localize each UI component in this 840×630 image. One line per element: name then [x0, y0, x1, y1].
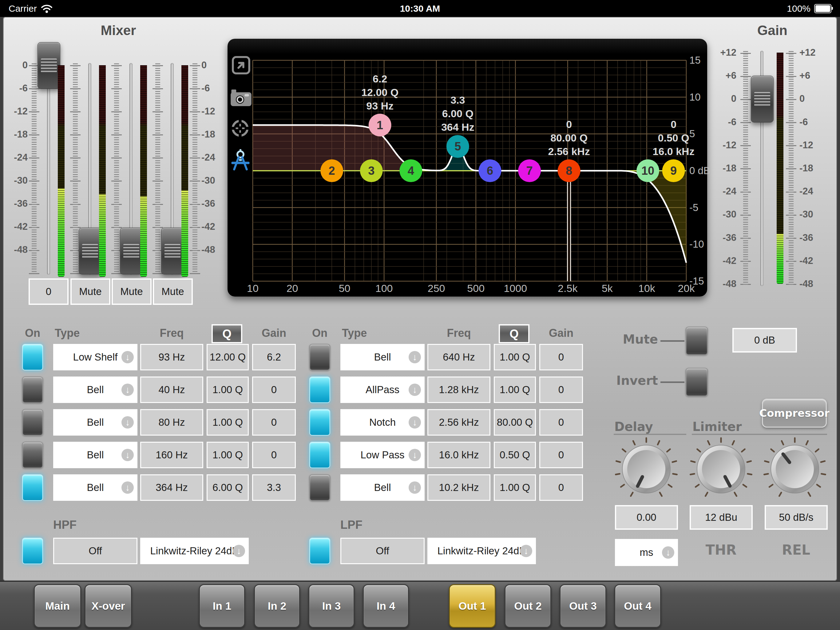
eq-band-marker-3[interactable]: 3 — [360, 159, 383, 182]
nav-in4-button[interactable]: In 4 — [363, 584, 409, 628]
band-1-q-value[interactable]: 12.00 Q — [207, 344, 249, 370]
band-1-on-toggle[interactable] — [22, 344, 43, 370]
nav-out4-button[interactable]: Out 4 — [614, 584, 661, 628]
band-5-on-toggle[interactable] — [22, 474, 43, 501]
band-2-on-toggle[interactable] — [22, 377, 43, 403]
band-2-q-value[interactable]: 1.00 Q — [207, 377, 249, 403]
band-10-on-toggle[interactable] — [309, 474, 330, 501]
band-10-type-select[interactable]: Bell↓ — [340, 474, 425, 501]
nav-in1-button[interactable]: In 1 — [199, 584, 245, 628]
nav-out3-button[interactable]: Out 3 — [560, 584, 606, 628]
band-1-type-select[interactable]: Low Shelf↓ — [53, 344, 137, 370]
eq-band-marker-8[interactable]: 8 — [558, 159, 581, 182]
band-9-gain-value[interactable]: 0 — [539, 442, 583, 468]
eq-band-marker-2[interactable]: 2 — [321, 159, 343, 182]
band-4-on-toggle[interactable] — [22, 442, 43, 468]
band-4-gain-value[interactable]: 0 — [252, 442, 296, 468]
mixer-fader-handle-2[interactable] — [79, 228, 101, 274]
band-3-type-select[interactable]: Bell↓ — [53, 409, 137, 435]
band-8-gain-value[interactable]: 0 — [539, 409, 583, 435]
band-1-freq-value[interactable]: 93 Hz — [140, 344, 203, 370]
band-5-freq-value[interactable]: 364 Hz — [140, 474, 203, 501]
band-10-q-value[interactable]: 1.00 Q — [494, 474, 536, 501]
nav-main-button[interactable]: Main — [34, 584, 81, 628]
mixer-fader-handle-3[interactable] — [120, 228, 143, 274]
hpf-value[interactable]: Off — [53, 538, 137, 564]
lpf-on-toggle[interactable] — [309, 538, 330, 564]
mixer-fader-handle-4[interactable] — [161, 228, 184, 274]
band-6-q-value[interactable]: 1.00 Q — [494, 344, 536, 370]
band-7-gain-value[interactable]: 0 — [539, 377, 583, 403]
band-7-type-select[interactable]: AllPass↓ — [340, 377, 425, 403]
hpf-slope-select[interactable]: Linkwitz-Riley 24dB↓ — [140, 538, 249, 564]
limiter-threshold-display[interactable]: 12 dBu — [690, 505, 753, 530]
band-3-on-toggle[interactable] — [22, 409, 43, 435]
band-5-q-value[interactable]: 6.00 Q — [207, 474, 249, 501]
expand-icon[interactable] — [231, 55, 251, 76]
band-10-gain-value[interactable]: 0 — [539, 474, 583, 501]
band-8-q-value[interactable]: 80.00 Q — [494, 409, 536, 435]
nav-in2-button[interactable]: In 2 — [254, 584, 300, 628]
limiter-release-knob[interactable] — [763, 437, 827, 502]
eq-band-marker-4[interactable]: 4 — [399, 159, 422, 182]
band-10-freq-value[interactable]: 10.2 kHz — [427, 474, 490, 501]
compressor-button[interactable]: Compressor — [762, 399, 827, 427]
output-level-display[interactable]: 0 dB — [733, 328, 797, 353]
band-4-q-value[interactable]: 1.00 Q — [207, 442, 249, 468]
nav-xover-button[interactable]: X-over — [85, 584, 132, 628]
band-2-gain-value[interactable]: 0 — [252, 377, 296, 403]
eq-band-marker-10[interactable]: 10 — [636, 159, 659, 182]
hpf-on-toggle[interactable] — [22, 538, 43, 564]
eq-response-plot[interactable]: 6.212.00 Q93 Hz3.36.00 Q364 Hz080.00 Q2.… — [253, 60, 686, 281]
band-6-freq-value[interactable]: 640 Hz — [427, 344, 490, 370]
delay-value-display[interactable]: 0.00 — [615, 505, 678, 530]
eq-band-marker-1[interactable]: 1 — [369, 114, 392, 136]
band-3-freq-value[interactable]: 80 Hz — [140, 409, 203, 435]
band-8-on-toggle[interactable] — [309, 409, 330, 435]
band-6-gain-value[interactable]: 0 — [539, 344, 583, 370]
q-header-button-right[interactable]: Q — [499, 324, 529, 343]
mixer-channel-button-2[interactable]: Mute — [70, 279, 111, 305]
band-7-q-value[interactable]: 1.00 Q — [494, 377, 536, 403]
output-mute-toggle[interactable] — [686, 327, 708, 355]
limiter-release-display[interactable]: 50 dB/s — [765, 505, 828, 530]
band-8-type-select[interactable]: Notch↓ — [340, 409, 425, 435]
band-2-type-select[interactable]: Bell↓ — [53, 377, 137, 403]
band-7-on-toggle[interactable] — [309, 377, 330, 403]
mixer-channel-button-1[interactable]: 0 — [28, 279, 69, 305]
band-3-gain-value[interactable]: 0 — [252, 409, 296, 435]
band-2-freq-value[interactable]: 40 Hz — [140, 377, 203, 403]
band-9-on-toggle[interactable] — [309, 442, 330, 468]
lpf-slope-select[interactable]: Linkwitz-Riley 24dB↓ — [427, 538, 536, 564]
band-6-type-select[interactable]: Bell↓ — [340, 344, 425, 370]
eq-band-marker-9[interactable]: 9 — [662, 159, 685, 182]
compass-icon[interactable] — [230, 148, 251, 173]
band-9-type-select[interactable]: Low Pass↓ — [340, 442, 425, 468]
band-4-freq-value[interactable]: 160 Hz — [140, 442, 203, 468]
band-5-type-select[interactable]: Bell↓ — [53, 474, 137, 501]
mixer-channel-button-3[interactable]: Mute — [112, 279, 152, 305]
band-5-gain-value[interactable]: 3.3 — [252, 474, 296, 501]
nav-out1-button[interactable]: Out 1 — [449, 584, 496, 628]
delay-unit-select[interactable]: ms↓ — [615, 539, 678, 566]
eq-band-marker-6[interactable]: 6 — [478, 159, 501, 182]
nav-out2-button[interactable]: Out 2 — [505, 584, 551, 628]
crosshair-icon[interactable] — [231, 119, 249, 139]
nav-in3-button[interactable]: In 3 — [308, 584, 355, 628]
band-6-on-toggle[interactable] — [309, 344, 330, 370]
eq-band-marker-7[interactable]: 7 — [518, 159, 541, 182]
band-1-gain-value[interactable]: 6.2 — [252, 344, 296, 370]
band-7-freq-value[interactable]: 1.28 kHz — [427, 377, 490, 403]
band-8-freq-value[interactable]: 2.56 kHz — [427, 409, 490, 435]
mixer-fader-handle-1[interactable] — [38, 42, 60, 89]
lpf-value[interactable]: Off — [340, 538, 425, 564]
band-9-freq-value[interactable]: 16.0 kHz — [427, 442, 490, 468]
gain-fader-handle[interactable] — [751, 76, 774, 122]
band-3-q-value[interactable]: 1.00 Q — [207, 409, 249, 435]
mixer-channel-button-4[interactable]: Mute — [153, 279, 193, 305]
camera-icon[interactable] — [230, 89, 252, 108]
output-invert-toggle[interactable] — [686, 368, 708, 396]
band-4-type-select[interactable]: Bell↓ — [53, 442, 137, 468]
limiter-threshold-knob[interactable] — [689, 437, 753, 502]
band-9-q-value[interactable]: 0.50 Q — [494, 442, 536, 468]
